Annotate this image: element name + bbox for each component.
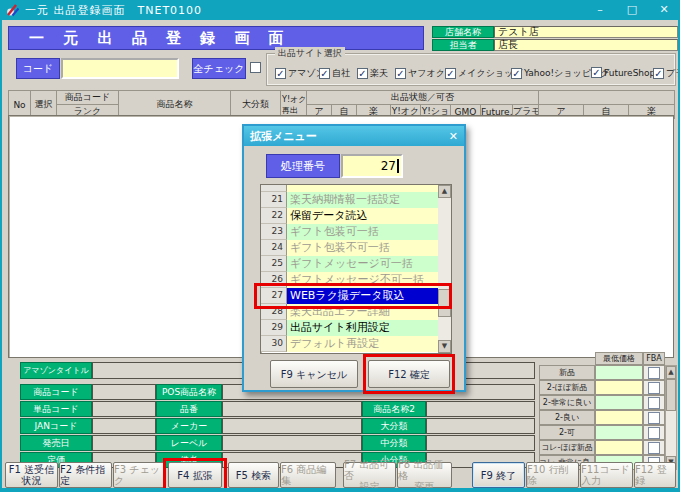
- maker-label: メーカー: [156, 418, 222, 434]
- check-icon: ✓: [591, 67, 602, 78]
- scroll-up-icon[interactable]: ▲: [438, 185, 451, 198]
- scroll-up-icon[interactable]: ▲: [666, 366, 676, 379]
- dialog-title: 拡張メニュー: [250, 129, 317, 144]
- menu-item-21: 21楽天納期情報一括設定: [261, 192, 438, 208]
- cond-new-fba-checkbox[interactable]: [648, 367, 660, 379]
- code-input[interactable]: [61, 58, 179, 79]
- cond-acceptable-price[interactable]: [595, 425, 643, 440]
- window-titlebar: 一元 出品登録画面 TNET0100 – □ ✕: [0, 0, 680, 20]
- maker-field: [222, 418, 362, 434]
- cond-new-price[interactable]: [595, 365, 643, 380]
- menu-item-30: 30デフォルト再設定: [261, 336, 438, 352]
- cond-good-fba-checkbox[interactable]: [648, 412, 660, 424]
- jan-code-label: JANコード: [20, 418, 92, 434]
- menu-item-25: 25ギフトメッセージ可一括: [261, 256, 438, 272]
- f9-cancel-button[interactable]: F9 キャンセル: [270, 360, 358, 388]
- menu-item-29[interactable]: 29出品サイト利用設定: [261, 320, 438, 336]
- cond-good-label: 2-良い: [539, 410, 595, 425]
- process-number-label: 処理番号: [266, 154, 340, 178]
- f3-check-button: F3 チェック: [113, 462, 165, 488]
- process-number-input[interactable]: 27: [341, 154, 403, 178]
- f2-conditions-button[interactable]: F2 条件指定: [59, 462, 112, 488]
- check-all-checkbox[interactable]: [250, 62, 261, 73]
- menu-item-28: 28楽天出品エラー詳細: [261, 304, 438, 320]
- label-name-field: [222, 435, 362, 451]
- site-checkbox-futureshop2[interactable]: ✓FutureShop2: [591, 67, 661, 78]
- lowest-price-header: 最低価格: [595, 352, 643, 365]
- f12-confirm-button[interactable]: F12 確定: [368, 360, 450, 388]
- site-selection-group: 出品サイト選択 ✓アマゾン ✓自社 ✓楽天 ✓ヤフオク ✓メイクショップ ✓Ya…: [266, 53, 676, 86]
- extension-menu-list: 21楽天納期情報一括設定 22保留データ読込 23ギフト包装可一括 24ギフト包…: [260, 184, 452, 354]
- cond-coll-likenew-label: コレ-ほぼ新品: [539, 440, 595, 455]
- store-name-label: 店舗名称: [432, 26, 494, 38]
- cond-good-price[interactable]: [595, 410, 643, 425]
- price-panel-scrollbar[interactable]: ▲ ▼: [665, 365, 677, 470]
- text-cursor: [397, 159, 399, 173]
- fba-header: FBA: [643, 352, 665, 365]
- menu-item-23: 23ギフト包装可一括: [261, 224, 438, 240]
- minimize-button[interactable]: –: [584, 0, 616, 20]
- site-checkbox-rakuten[interactable]: ✓楽天: [357, 67, 388, 80]
- maximize-button[interactable]: □: [616, 0, 648, 20]
- product-name2-label: 商品名称2: [362, 401, 426, 417]
- menu-item-26: 26ギフトメッセージ不可一括: [261, 272, 438, 288]
- cond-verygood-label: 2-非常に良い: [539, 395, 595, 410]
- check-icon: ✓: [511, 68, 522, 79]
- menu-item-24: 24ギフト包装不可一括: [261, 240, 438, 256]
- f11-code-entry-button: F11コード入力: [580, 462, 633, 488]
- f8-price-change-button: F8 出品価格変更: [397, 462, 452, 488]
- manager-label: 担当者: [432, 39, 494, 51]
- cond-likenew-fba-checkbox[interactable]: [648, 382, 660, 394]
- f4-extension-button[interactable]: F4 拡張: [168, 462, 222, 488]
- cond-acceptable-label: 2-可: [539, 425, 595, 440]
- f6-edit-product-button: F6 商品編集: [280, 462, 336, 488]
- part-number-label: 品番: [156, 401, 222, 417]
- page-title: 一 元 出 品 登 録 画 面: [8, 26, 424, 50]
- cond-likenew-label: 2-ほぼ新品: [539, 380, 595, 395]
- code-label: コード: [16, 58, 60, 79]
- scrollbar-thumb[interactable]: [666, 379, 676, 411]
- f12-register-button: F12 登録: [634, 462, 676, 488]
- scroll-down-icon[interactable]: ▼: [438, 340, 451, 353]
- f5-search-button[interactable]: F5 検索: [228, 462, 279, 488]
- extension-menu-dialog: 拡張メニュー ✕ 処理番号 27 21楽天納期情報一括設定 22保留データ読込 …: [242, 124, 466, 392]
- cond-coll-likenew-fba-checkbox[interactable]: [648, 442, 660, 454]
- manager-field[interactable]: 店長: [494, 39, 678, 51]
- menu-item-27-selected[interactable]: 27WEBラク撮データ取込: [261, 288, 438, 304]
- cond-acceptable-fba-checkbox[interactable]: [648, 427, 660, 439]
- close-button[interactable]: ✕: [648, 0, 680, 20]
- menu-item-22[interactable]: 22保留データ読込: [261, 208, 438, 224]
- scrollbar-thumb[interactable]: [438, 289, 451, 317]
- check-icon: ✓: [445, 68, 456, 79]
- store-name-field[interactable]: テスト店: [494, 26, 678, 38]
- cond-likenew-price[interactable]: [595, 380, 643, 395]
- col-group-status: 出品状態／可否: [307, 91, 539, 105]
- f10-delete-row-button: F10 行削除: [526, 462, 579, 488]
- menu-list-scrollbar[interactable]: ▲ ▼: [438, 185, 451, 353]
- check-all-label: 全チェック: [192, 58, 246, 79]
- col-product-code: 商品コード: [57, 91, 119, 105]
- category-large-field: [426, 418, 535, 434]
- cond-verygood-price[interactable]: [595, 395, 643, 410]
- dialog-close-icon[interactable]: ✕: [449, 130, 458, 143]
- pos-name-label: POS商品名称: [156, 384, 222, 400]
- cond-verygood-fba-checkbox[interactable]: [648, 397, 660, 409]
- release-date-field: [92, 435, 156, 451]
- category-middle-field: [426, 435, 535, 451]
- menu-item-partial: [261, 185, 438, 192]
- release-date-label: 発売日: [20, 435, 92, 451]
- check-icon: ✓: [319, 68, 330, 79]
- price-condition-panel: 最低価格 FBA 新品 2-ほぼ新品 2-非常に良い 2-良い 2-可 コレ-ほ…: [539, 352, 677, 470]
- check-icon: ✓: [275, 68, 286, 79]
- site-checkbox-puramo[interactable]: ✓プラモ: [653, 67, 680, 80]
- jan-code-field: [92, 418, 156, 434]
- product-name2-field: [426, 401, 535, 417]
- f1-sendreceive-button[interactable]: F1 送受信状況: [5, 462, 58, 488]
- f9-exit-button[interactable]: F9 終了: [472, 462, 525, 488]
- cond-coll-likenew-price[interactable]: [595, 440, 643, 455]
- check-icon: ✓: [395, 68, 406, 79]
- app-icon: [6, 3, 20, 17]
- site-checkbox-yafuoku[interactable]: ✓ヤフオク: [395, 67, 445, 80]
- site-checkbox-amazon[interactable]: ✓アマゾン: [275, 67, 325, 80]
- site-checkbox-jisha[interactable]: ✓自社: [319, 67, 350, 80]
